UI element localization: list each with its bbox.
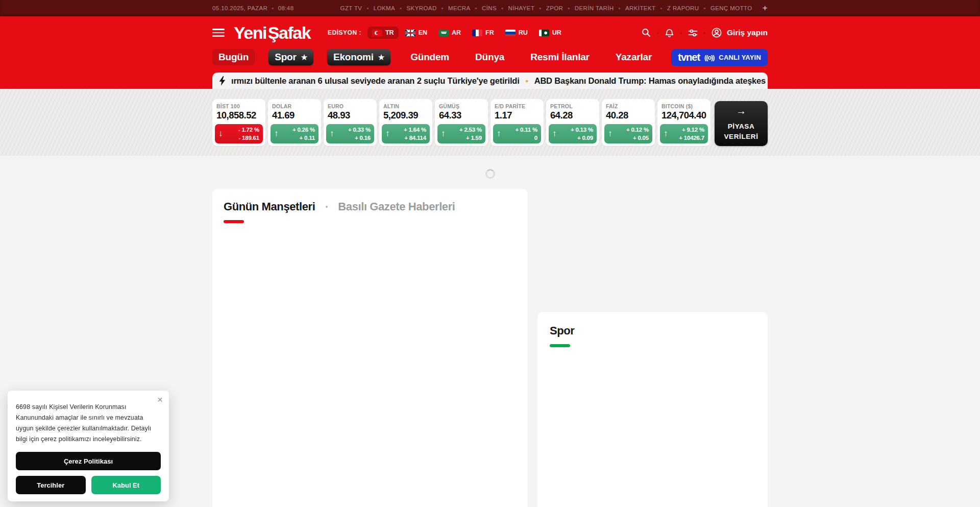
cookie-policy-button[interactable]: Çerez Politikası	[16, 452, 161, 470]
nav-item[interactable]: Resmi İlanlar	[524, 49, 596, 65]
market-value: 48.93	[326, 110, 374, 124]
edition-item[interactable]: FR	[468, 27, 499, 39]
market-boxes: BİST 100 10,858.52 ↓ - 1.72 % - 189.61 D…	[212, 99, 768, 146]
accept-button[interactable]: Kabul Et	[91, 476, 161, 494]
preferences-sliders-icon[interactable]	[688, 28, 698, 38]
topbar-brand-link[interactable]: ZPOR	[534, 5, 563, 11]
lightning-bolt-icon	[219, 76, 226, 86]
nav-item-label: Resmi İlanlar	[530, 52, 590, 63]
edition-code: TR	[385, 29, 394, 36]
market-change-amount: + 1.59	[459, 134, 482, 142]
topbar-brand-link[interactable]: NİHAYET	[497, 5, 534, 11]
nav-item[interactable]: Dünya	[469, 49, 510, 65]
market-change-panel: ↑ + 0.11 % 0	[493, 124, 541, 143]
market-data-cta-button[interactable]: → PİYASA VERİLERİ	[715, 101, 768, 146]
market-change-percent: + 0.13 %	[571, 126, 593, 134]
market-value: 5,209.39	[382, 110, 430, 124]
title-separator-dot: •	[325, 203, 328, 211]
market-box[interactable]: BITCOIN ($) 124,704.40 ↑ + 9.12 % + 1042…	[657, 99, 710, 146]
topbar-brand-link[interactable]: GZT TV	[340, 5, 362, 11]
edition-code: EN	[419, 29, 427, 36]
edition-item[interactable]: TR	[368, 27, 399, 39]
plus-icon[interactable]: +	[763, 3, 768, 13]
search-icon[interactable]	[641, 28, 651, 38]
live-broadcast-icon: ((o))	[704, 54, 714, 61]
market-box[interactable]: PETROL 64.28 ↑ + 0.13 % + 0.09	[546, 99, 599, 146]
market-change-panel: ↑ + 0.12 % + 0.05	[604, 124, 652, 143]
section-title-spor[interactable]: Spor	[550, 324, 575, 337]
tab-gunun-mansetleri[interactable]: Günün Manşetleri	[224, 200, 315, 213]
nav-item-label: Bugün	[218, 52, 249, 63]
ticker-items: ırmızı bültenle aranan 6 ulusal seviyede…	[231, 76, 768, 86]
market-change-percent: + 0.33 %	[348, 126, 371, 134]
topbar-brand-link[interactable]: Z RAPORU	[655, 5, 699, 11]
nav-item[interactable]: Spor ★	[268, 49, 313, 65]
edition-item[interactable]: RU	[501, 27, 532, 39]
edition-item[interactable]: AR	[434, 27, 465, 39]
spor-card: Spor	[537, 312, 768, 507]
ticker-headline[interactable]: ABD Başkanı Donald Trump: Hamas onayladı…	[520, 76, 768, 86]
close-icon[interactable]: ×	[157, 395, 163, 404]
tvnet-live-button[interactable]: tvnet ((o)) CANLI YAYIN	[671, 49, 768, 66]
tab-basili-gazete[interactable]: Basılı Gazete Haberleri	[338, 200, 455, 213]
market-value: 1.17	[493, 110, 541, 124]
market-label: DOLAR	[271, 102, 318, 110]
market-box[interactable]: FAİZ 40.28 ↑ + 0.12 % + 0.05	[602, 99, 655, 146]
login-button[interactable]: Giriş yapın	[711, 27, 768, 38]
market-label: EURO	[326, 102, 374, 110]
topbar-brand-link[interactable]: LOKMA	[362, 5, 395, 11]
market-change-percent: + 0.11 %	[516, 126, 537, 134]
ticker-headline[interactable]: ırmızı bültenle aranan 6 ulusal seviyede…	[231, 76, 520, 86]
market-box[interactable]: DOLAR 41.69 ↑ + 0.26 % + 0.11	[268, 99, 321, 146]
market-change-panel: ↑ + 0.33 % + 0.16	[326, 124, 374, 143]
market-box[interactable]: ALTIN 5,209.39 ↑ + 1.64 % + 84.114	[379, 99, 432, 146]
market-change-amount: + 0.11	[292, 134, 315, 142]
flag-icon	[472, 30, 482, 36]
time-label: 08:48	[272, 5, 293, 11]
topbar-brand-link[interactable]: CİNS	[471, 5, 497, 11]
trend-arrow-icon: ↑	[552, 129, 557, 139]
market-change-amount: + 84.114	[404, 134, 426, 142]
nav-item[interactable]: Yazarlar	[609, 49, 658, 65]
market-label: ALTIN	[382, 102, 430, 110]
market-value: 124,704.40	[660, 110, 708, 124]
market-change-amount: + 0.16	[348, 134, 371, 142]
market-label: PETROL	[549, 102, 597, 110]
trend-arrow-icon: ↑	[664, 129, 668, 139]
nav-item[interactable]: Gündem	[404, 49, 455, 65]
hamburger-menu-icon[interactable]	[212, 27, 225, 39]
market-change-panel: ↑ + 9.12 % + 10426.7	[660, 124, 708, 143]
top-bar: 05.10.2025, PAZAR 08:48 GZT TVLOKMASKYRO…	[0, 0, 980, 16]
nav-item-label: Gündem	[410, 52, 449, 63]
nav-item[interactable]: Bugün	[212, 49, 255, 65]
market-value: 64.33	[437, 110, 485, 124]
edition-item[interactable]: UR	[534, 27, 566, 39]
tvnet-live-label: CANLI YAYIN	[719, 54, 761, 61]
market-label: E/D PARİTE	[493, 102, 541, 110]
market-change-amount: - 189.61	[238, 134, 259, 142]
topbar-brand-link[interactable]: GENÇ MOTTO	[699, 5, 752, 11]
topbar-brand-link[interactable]: DERİN TARİH	[563, 5, 614, 11]
edition-item[interactable]: EN	[401, 27, 432, 39]
cookie-consent-popup: × 6698 sayılı Kişisel Verilerin Korunmas…	[8, 391, 169, 501]
market-box[interactable]: GÜMÜŞ 64.33 ↑ + 2.53 % + 1.59	[435, 99, 488, 146]
preferences-button[interactable]: Tercihler	[16, 476, 86, 494]
topbar-brand-link[interactable]: SKYROAD	[395, 5, 436, 11]
site-logo[interactable]: Yeni Şafak	[234, 23, 310, 43]
topbar-brand-link[interactable]: ARKİTEKT	[614, 5, 656, 11]
trend-arrow-icon: ↓	[218, 129, 223, 139]
nav-item[interactable]: Ekonomi ★	[327, 49, 390, 65]
market-change-percent: + 2.53 %	[459, 126, 482, 134]
market-change-amount: + 0.09	[571, 134, 593, 142]
topbar-brand-link[interactable]: MECRA	[437, 5, 471, 11]
market-box[interactable]: BİST 100 10,858.52 ↓ - 1.72 % - 189.61	[212, 99, 265, 146]
market-box[interactable]: EURO 48.93 ↑ + 0.33 % + 0.16	[324, 99, 377, 146]
notifications-bell-icon[interactable]	[664, 28, 675, 38]
market-box[interactable]: E/D PARİTE 1.17 ↑ + 0.11 % 0	[491, 99, 544, 146]
flag-icon	[539, 30, 549, 36]
market-change-percent: + 0.26 %	[292, 126, 315, 134]
market-change-panel: ↑ + 1.64 % + 84.114	[382, 124, 430, 143]
market-change-percent: + 1.64 %	[404, 126, 426, 134]
date-time: 05.10.2025, PAZAR 08:48	[212, 5, 293, 11]
flag-icon	[372, 30, 382, 36]
